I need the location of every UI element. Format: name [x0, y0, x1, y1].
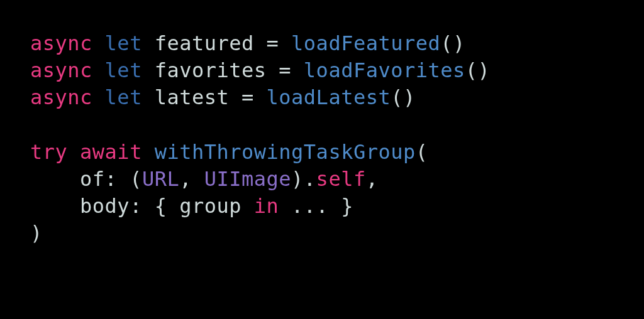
keyword-async: async [30, 58, 92, 82]
paren-close: ) [30, 221, 43, 245]
keyword-try: try [30, 140, 67, 164]
parens: () [465, 58, 491, 82]
code-line-5: try await withThrowingTaskGroup( [30, 140, 428, 164]
fn-loadLatest: loadLatest [267, 85, 391, 109]
identifier-latest: latest [142, 85, 242, 109]
keyword-self: self [316, 167, 366, 191]
keyword-in: in [254, 194, 279, 218]
keyword-await: await [80, 140, 142, 164]
identifier-favorites: favorites [142, 58, 279, 82]
rest: ... } [279, 194, 353, 218]
code-line-8: ) [30, 221, 43, 245]
fn-loadFavorites: loadFavorites [304, 58, 465, 82]
keyword-async: async [30, 31, 92, 55]
colon: : ( [105, 167, 142, 191]
comma: , [366, 167, 379, 191]
type-uiimage: UIImage [204, 167, 291, 191]
fn-loadFeatured: loadFeatured [291, 31, 440, 55]
fn-withThrowingTaskGroup: withThrowingTaskGroup [155, 140, 416, 164]
param-of: of [80, 167, 105, 191]
equals: = [242, 85, 267, 109]
keyword-let: let [105, 58, 142, 82]
parens: () [391, 85, 416, 109]
equals: = [267, 31, 292, 55]
code-line-3: async let latest = loadLatest() [30, 85, 416, 109]
close: ). [291, 167, 316, 191]
keyword-async: async [30, 85, 92, 109]
code-line-7: body: { group in ... } [30, 194, 353, 218]
equals: = [279, 58, 304, 82]
code-line-2: async let favorites = loadFavorites() [30, 58, 490, 82]
colon-group: : { group [130, 194, 254, 218]
type-url: URL [142, 167, 179, 191]
code-line-6: of: (URL, UIImage).self, [30, 167, 378, 191]
comma: , [179, 167, 204, 191]
paren-open: ( [416, 140, 428, 164]
identifier-featured: featured [142, 31, 267, 55]
keyword-let: let [105, 31, 142, 55]
parens: () [440, 31, 465, 55]
keyword-let: let [105, 85, 142, 109]
code-block: async let featured = loadFeatured() asyn… [30, 30, 614, 247]
param-body: body [80, 194, 130, 218]
code-line-1: async let featured = loadFeatured() [30, 31, 465, 55]
